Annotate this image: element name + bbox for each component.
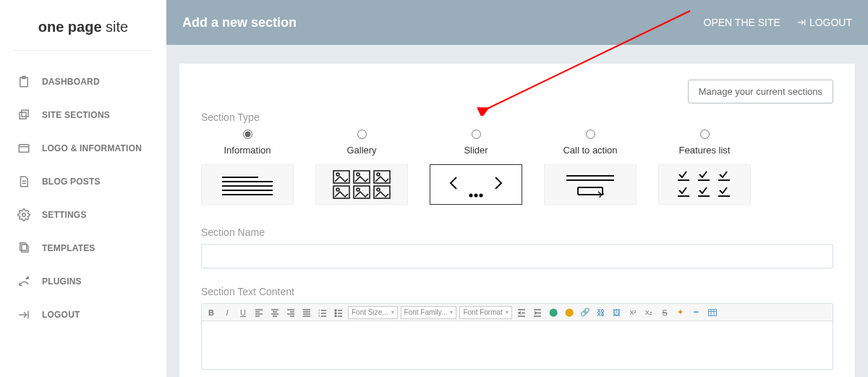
align-left-icon[interactable] <box>252 307 265 318</box>
svg-rect-4 <box>19 145 29 153</box>
image-icon[interactable]: 🖼 <box>610 307 624 318</box>
strikethrough-icon[interactable]: S <box>658 307 671 318</box>
font-size-select[interactable]: Font Size...▾ <box>348 306 398 319</box>
type-label: Features list <box>658 145 751 156</box>
type-label: Gallery <box>315 145 408 156</box>
italic-button[interactable]: I <box>221 307 234 318</box>
align-justify-icon[interactable] <box>300 307 313 318</box>
svg-rect-76 <box>708 309 716 315</box>
type-label: Information <box>201 145 294 156</box>
type-slider: Slider <box>430 126 522 205</box>
font-family-select[interactable]: Font Family...▾ <box>401 306 457 319</box>
manage-sections-button[interactable]: Manage your current sections <box>688 80 833 103</box>
type-cta-radio[interactable] <box>544 129 637 142</box>
section-name-input[interactable] <box>201 244 833 268</box>
bold-button[interactable]: B <box>205 307 218 318</box>
copies-icon <box>16 109 32 122</box>
nav-logout[interactable]: LOGOUT <box>0 298 166 331</box>
nav-blog-posts[interactable]: BLOG POSTS <box>0 165 166 198</box>
type-cta-thumb[interactable] <box>544 164 637 205</box>
type-slider-thumb[interactable] <box>430 164 522 205</box>
nav-settings[interactable]: SETTINGS <box>0 198 166 232</box>
main-panel: Manage your current sections Section Typ… <box>179 64 855 377</box>
type-gallery-radio[interactable] <box>315 129 408 142</box>
type-information-radio[interactable] <box>201 129 294 142</box>
type-gallery-thumb[interactable] <box>315 164 408 205</box>
section-types: Information Gallery Sli <box>201 126 833 205</box>
type-features-radio[interactable] <box>658 129 751 142</box>
unlink-icon[interactable]: ⛓ <box>595 307 608 318</box>
text-color-icon[interactable]: ⬤ <box>547 307 560 318</box>
rich-text-editor: B I U 123 Font Size...▾ Font Family...▾ … <box>201 303 833 370</box>
nav-label: DASHBOARD <box>42 77 100 87</box>
font-format-select[interactable]: Font Format▾ <box>459 306 511 319</box>
chevron-down-icon: ▾ <box>506 309 509 315</box>
svg-point-64 <box>335 310 336 311</box>
nav-label: SETTINGS <box>42 210 87 220</box>
type-features-thumb[interactable] <box>658 164 751 205</box>
svg-point-32 <box>480 194 482 196</box>
outdent-icon[interactable] <box>515 307 528 318</box>
logo-bold: one page <box>38 19 102 35</box>
superscript-icon[interactable]: X² <box>626 307 639 318</box>
nav-logo-info[interactable]: LOGO & INFORMATION <box>0 132 166 165</box>
document-text-icon <box>16 175 32 188</box>
svg-point-29 <box>377 188 380 191</box>
logo-divider <box>14 50 152 51</box>
topbar-actions: OPEN THE SITE LOGOUT <box>704 17 852 28</box>
svg-point-27 <box>357 188 359 191</box>
open-site-link[interactable]: OPEN THE SITE <box>704 17 780 28</box>
section-type-label: Section Type <box>201 111 833 123</box>
gear-icon <box>16 208 32 221</box>
nav-label: TEMPLATES <box>42 243 95 253</box>
svg-point-19 <box>336 173 339 176</box>
nav-dashboard[interactable]: DASHBOARD <box>0 65 166 98</box>
type-label: Slider <box>430 145 522 156</box>
chevron-down-icon: ▾ <box>450 309 453 315</box>
nav: DASHBOARD SITE SECTIONS LOGO & INFORMATI… <box>0 65 166 331</box>
editor-textarea[interactable] <box>202 321 833 369</box>
clear-format-icon[interactable]: ✦ <box>674 307 687 318</box>
svg-rect-2 <box>20 112 26 119</box>
svg-point-30 <box>469 194 472 196</box>
svg-point-8 <box>22 213 26 217</box>
section-text-label: Section Text Content <box>201 286 833 297</box>
hr-icon[interactable]: ━ <box>690 307 703 318</box>
svg-point-68 <box>335 315 336 317</box>
align-right-icon[interactable] <box>284 307 297 318</box>
page-title: Add a new section <box>182 15 297 30</box>
editor-toolbar: B I U 123 Font Size...▾ Font Family...▾ … <box>202 304 833 321</box>
type-cta: Call to action <box>544 126 637 205</box>
nav-label: BLOG POSTS <box>42 177 101 187</box>
svg-point-23 <box>377 173 380 176</box>
logo-light: site <box>102 19 129 35</box>
svg-rect-35 <box>578 187 603 195</box>
svg-point-25 <box>336 188 339 191</box>
documents-icon <box>16 242 32 255</box>
align-center-icon[interactable] <box>268 307 281 318</box>
table-icon[interactable] <box>706 307 719 318</box>
type-slider-radio[interactable] <box>430 129 522 142</box>
list-ol-icon[interactable]: 123 <box>316 307 329 318</box>
subscript-icon[interactable]: X₂ <box>642 307 655 318</box>
bg-color-icon[interactable]: ⬤ <box>563 307 576 318</box>
type-information-thumb[interactable] <box>201 164 294 205</box>
arrow-right-to-bar-icon <box>16 308 32 321</box>
nav-templates[interactable]: TEMPLATES <box>0 232 166 265</box>
logout-button[interactable]: LOGOUT <box>796 17 852 28</box>
logout-label: LOGOUT <box>809 17 852 28</box>
window-icon <box>16 142 32 155</box>
arrow-right-to-bar-icon <box>796 17 807 27</box>
section-name-label: Section Name <box>201 226 833 238</box>
sidebar: one page site DASHBOARD SITE SECTIONS LO… <box>0 0 166 377</box>
clipboard-icon <box>16 75 32 88</box>
nav-label: SITE SECTIONS <box>42 110 110 120</box>
link-icon[interactable]: 🔗 <box>579 307 592 318</box>
nav-label: LOGO & INFORMATION <box>42 143 142 153</box>
underline-button[interactable]: U <box>237 307 250 318</box>
indent-icon[interactable] <box>531 307 544 318</box>
type-gallery: Gallery <box>315 126 408 205</box>
list-ul-icon[interactable] <box>332 307 345 318</box>
nav-site-sections[interactable]: SITE SECTIONS <box>0 98 166 132</box>
nav-plugins[interactable]: PLUGINS <box>0 265 166 298</box>
